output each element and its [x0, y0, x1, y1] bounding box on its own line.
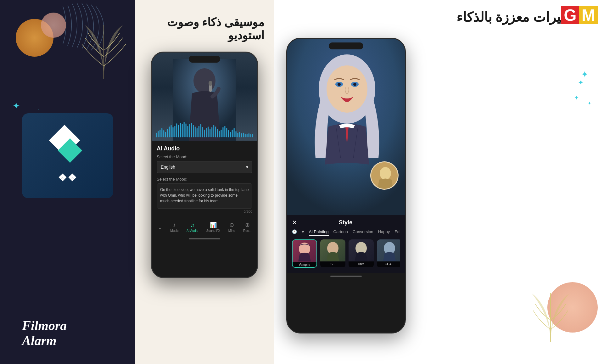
- tab-happy[interactable]: Happy: [378, 229, 390, 236]
- svg-rect-40: [222, 127, 224, 137]
- thumb-cga-label: CGA...: [377, 261, 400, 267]
- svg-rect-14: [174, 126, 176, 137]
- svg-rect-7: [161, 128, 163, 137]
- phone-content-area: AI Audio Select the Mood: English ▾ Sele…: [152, 141, 257, 218]
- dropdown-value: English: [161, 165, 175, 170]
- dropdown-arrow: ▾: [246, 165, 248, 170]
- deco-circle-pink: [41, 13, 66, 38]
- deco-star-right-2: ✦: [574, 94, 579, 101]
- gm-logo: G M: [561, 6, 598, 24]
- tab-favorites[interactable]: ♥: [302, 229, 304, 236]
- deco-leaf-left: [79, 19, 129, 82]
- svg-rect-39: [221, 130, 222, 137]
- char-count: 0/200: [157, 210, 252, 213]
- svg-point-63: [353, 83, 356, 86]
- filmora-text-line2: Alarm: [22, 333, 67, 348]
- home-bar-right: [330, 276, 362, 277]
- filmora-logo-box: ❖❖: [22, 113, 113, 198]
- mine-icon: ⊙: [229, 221, 234, 228]
- phone-bottom-nav: ⌄ ♪ Music ♬ AI Audio 📊 Sound FX ⊙ Mine ⊕…: [152, 218, 257, 236]
- svg-rect-29: [202, 127, 203, 137]
- tab-ai-painting[interactable]: AI Painting: [309, 229, 329, 236]
- svg-rect-52: [245, 134, 246, 137]
- thumb-urer-label: urer: [349, 261, 374, 267]
- svg-rect-17: [180, 123, 181, 137]
- svg-rect-53: [246, 134, 248, 137]
- deco-star-r4: ✦: [588, 101, 591, 106]
- tab-cartoon[interactable]: Cartoon: [333, 229, 348, 236]
- nav-sound-fx[interactable]: 📊 Sound FX: [206, 221, 220, 232]
- right-section: تأثيرات معززة بالذكاء G M ✦ ✦: [274, 0, 604, 364]
- style-thumb-s[interactable]: S...: [320, 239, 345, 268]
- deco-star-3: ·: [38, 107, 39, 111]
- deco-leaf-right: [528, 288, 573, 345]
- deco-star-right-1: ✦: [581, 69, 588, 80]
- deco-star-r3: ✦: [578, 79, 584, 87]
- svg-rect-20: [185, 123, 187, 137]
- style-thumb-vampire[interactable]: Vampire: [292, 239, 317, 268]
- svg-rect-12: [171, 125, 172, 137]
- svg-rect-19: [183, 122, 185, 137]
- svg-rect-22: [189, 124, 190, 137]
- phone-notch-middle: [189, 56, 220, 63]
- style-close-button[interactable]: ✕: [292, 219, 297, 226]
- nav-record[interactable]: ⊕ Rec...: [243, 221, 251, 232]
- svg-rect-42: [226, 128, 227, 137]
- svg-rect-36: [215, 126, 216, 137]
- style-title-label: Style: [339, 219, 352, 226]
- deco-star-1: ✦: [13, 101, 20, 111]
- sound-fx-icon: 📊: [210, 221, 217, 228]
- svg-point-62: [338, 83, 341, 86]
- svg-rect-18: [182, 124, 183, 137]
- svg-rect-55: [250, 134, 251, 137]
- nav-expand-btn[interactable]: ⌄: [158, 224, 162, 231]
- svg-rect-51: [243, 133, 244, 137]
- svg-rect-27: [198, 126, 199, 137]
- phone-bottom-bar-right: [287, 273, 405, 279]
- svg-rect-54: [248, 133, 249, 137]
- svg-rect-43: [228, 130, 229, 137]
- thumb-vampire-label: Vampire: [293, 262, 316, 267]
- nav-mine-label: Mine: [228, 229, 235, 232]
- filmora-alarm-text: Filmora Alarm: [22, 318, 67, 348]
- deco-star-r5: ·: [597, 91, 598, 95]
- svg-rect-5: [158, 131, 159, 137]
- nav-ai-audio[interactable]: ♬ AI Audio: [187, 222, 198, 232]
- phone-home-bar: [152, 236, 257, 242]
- style-panel: ✕ Style 🕐 ♥ AI Painting Cartoon Conversi…: [287, 215, 405, 273]
- phone-mockup-right: ✕ Style 🕐 ♥ AI Painting Cartoon Conversi…: [286, 38, 406, 333]
- nav-mine[interactable]: ⊙ Mine: [228, 221, 235, 232]
- svg-rect-47: [235, 131, 237, 137]
- svg-point-1: [193, 68, 215, 93]
- svg-rect-31: [206, 128, 207, 137]
- svg-point-59: [327, 65, 367, 113]
- tab-conversion[interactable]: Conversion: [353, 229, 373, 236]
- svg-rect-37: [217, 129, 218, 137]
- svg-rect-50: [241, 133, 242, 137]
- english-dropdown[interactable]: English ▾: [157, 161, 252, 173]
- svg-rect-48: [237, 133, 238, 137]
- middle-section: موسيقى ذكاء وصوت استوديو: [135, 0, 274, 364]
- style-thumb-cga[interactable]: CGA...: [377, 239, 400, 268]
- audio-waveform: [152, 119, 257, 137]
- woman-photo: [287, 39, 405, 215]
- filmora-diamond: [49, 128, 87, 165]
- style-thumb-urer[interactable]: urer: [349, 239, 374, 268]
- svg-rect-25: [195, 126, 196, 137]
- home-bar-indicator: [189, 238, 220, 239]
- ai-audio-icon: ♬: [190, 222, 195, 228]
- nav-music[interactable]: ♪ Music: [170, 222, 178, 232]
- mood-textarea[interactable]: On the blue side, we have a solid tank i…: [157, 183, 252, 209]
- tab-history[interactable]: 🕐: [292, 229, 297, 236]
- svg-rect-10: [167, 129, 168, 137]
- svg-rect-49: [239, 132, 240, 137]
- svg-rect-13: [172, 127, 174, 137]
- gm-g-letter: G: [561, 6, 579, 24]
- svg-rect-33: [210, 129, 211, 137]
- svg-rect-45: [232, 130, 233, 137]
- svg-rect-28: [200, 124, 201, 137]
- svg-rect-6: [159, 130, 161, 137]
- svg-rect-21: [187, 126, 188, 137]
- svg-rect-8: [163, 130, 165, 137]
- tab-ed[interactable]: Ed...: [394, 229, 400, 236]
